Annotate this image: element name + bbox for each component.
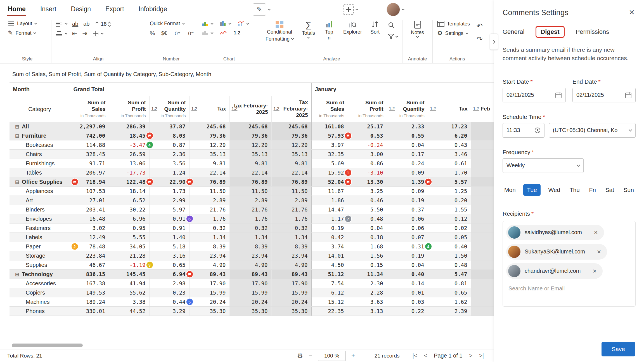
number-format-indicator[interactable]: 1.2	[151, 106, 157, 111]
category-cell[interactable]: Supplies	[10, 260, 70, 270]
value-cell[interactable]: 3.56	[149, 159, 189, 168]
value-cell[interactable]: 0.48	[348, 214, 387, 224]
value-cell[interactable]: 5.69	[311, 159, 348, 168]
category-cell[interactable]: Labels	[10, 233, 70, 242]
value-cell[interactable]: 17.90	[229, 279, 271, 288]
value-cell[interactable]: 14.47	[311, 205, 348, 214]
value-cell[interactable]: 5.18	[149, 242, 189, 251]
day-wed[interactable]: Wed	[546, 184, 562, 196]
value-cell[interactable]: 2.33	[387, 122, 428, 131]
font-size-stepper[interactable]: 18	[95, 21, 110, 27]
value-cell[interactable]: 15.921	[311, 168, 348, 177]
recipient-chip[interactable]: SukanyaSK@lumel.com ×	[506, 244, 607, 260]
value-cell[interactable]: 4.99	[229, 260, 271, 270]
value-cell[interactable]: 107.53	[70, 187, 109, 196]
value-cell[interactable]: 0.91	[149, 224, 189, 233]
day-thu[interactable]: Thu	[568, 184, 581, 196]
value-cell[interactable]: 1.24	[149, 168, 189, 177]
value-cell[interactable]	[471, 251, 494, 260]
value-cell[interactable]: 0.42	[311, 233, 348, 242]
value-cell[interactable]: 76.89	[229, 177, 271, 187]
value-cell[interactable]: 0.46	[348, 196, 387, 205]
zoom-out-button[interactable]: −	[309, 352, 312, 359]
top-n-button[interactable]: Top n	[323, 21, 335, 41]
comment-indicator-badge[interactable]	[345, 179, 351, 185]
value-cell[interactable]: 35.30	[271, 307, 311, 316]
value-cell[interactable]: 0.32	[189, 224, 229, 233]
value-cell[interactable]: 30.22	[109, 205, 149, 214]
value-cell[interactable]: 55.62	[109, 288, 149, 297]
value-cell[interactable]: 161.08	[311, 122, 348, 131]
value-cell[interactable]: 8.39	[189, 242, 229, 251]
zoom-level-input[interactable]	[318, 351, 346, 361]
value-cell[interactable]: 37.87	[149, 122, 189, 131]
value-cell[interactable]	[471, 205, 494, 214]
tab-digest[interactable]: Digest	[536, 26, 564, 38]
value-cell[interactable]: 0.37	[387, 205, 428, 214]
value-cell[interactable]: 0.65	[428, 288, 471, 297]
value-cell[interactable]: 0.19	[387, 196, 428, 205]
value-cell[interactable]: 0.12	[428, 214, 471, 224]
category-cell[interactable]: Chairs	[10, 150, 70, 159]
value-cell[interactable]: 23.94	[189, 251, 229, 260]
value-cell[interactable]: 14.01	[311, 251, 348, 260]
value-cell[interactable]: 0.04	[348, 224, 387, 233]
value-cell[interactable]: 1.177	[311, 214, 348, 224]
redo-icon[interactable]: ↷	[477, 35, 483, 44]
column-header[interactable]: Sum of Salesin Thousands	[311, 96, 348, 122]
horizontal-align-button[interactable]	[56, 22, 67, 27]
value-cell[interactable]: 1.55	[428, 205, 471, 214]
value-cell[interactable]: 23.94	[229, 251, 271, 260]
value-cell[interactable]: 0.23	[149, 288, 189, 297]
borders-button[interactable]	[93, 30, 103, 37]
value-cell[interactable]: 11.50	[189, 187, 229, 196]
value-cell[interactable]: 3.97	[311, 140, 348, 150]
panel-collapse-button[interactable]	[490, 34, 498, 50]
first-page-button[interactable]: |<	[413, 352, 417, 359]
value-cell[interactable]: 6.20	[428, 131, 471, 140]
value-cell[interactable]: 718.94	[70, 177, 109, 187]
value-cell[interactable]	[471, 168, 494, 177]
value-cell[interactable]: 11.50	[271, 187, 311, 196]
value-cell[interactable]	[471, 270, 494, 279]
category-cell[interactable]: Accessories	[10, 279, 70, 288]
value-cell[interactable]: 0.86	[348, 159, 387, 168]
notes-button[interactable]: Notes	[407, 21, 428, 37]
value-cell[interactable]: 245.68	[229, 122, 271, 131]
value-cell[interactable]: 25.17	[348, 122, 387, 131]
value-cell[interactable]: 0.314	[387, 242, 428, 251]
value-cell[interactable]	[471, 131, 494, 140]
value-cell[interactable]: 3.16	[149, 251, 189, 260]
value-cell[interactable]: 76.89	[189, 177, 229, 187]
value-cell[interactable]: 41.94	[109, 279, 149, 288]
value-cell[interactable]: 167.38	[70, 279, 109, 288]
value-cell[interactable]: 742.00	[70, 131, 109, 140]
value-cell[interactable]: 2.98	[149, 279, 189, 288]
number-format-indicator[interactable]: 1.2	[430, 106, 436, 111]
value-cell[interactable]: 0.06	[387, 214, 428, 224]
clock-icon[interactable]	[534, 127, 541, 133]
undo-icon[interactable]: ↶	[477, 22, 483, 30]
value-cell[interactable]: 4.50	[311, 260, 348, 270]
value-cell[interactable]: 3.38	[109, 297, 149, 307]
value-cell[interactable]: 0.40	[387, 270, 428, 279]
scrollbar-thumb[interactable]	[12, 344, 83, 347]
value-cell[interactable]: 0.18	[348, 233, 387, 242]
value-cell[interactable]: 1.56	[348, 251, 387, 260]
value-cell[interactable]: 12.29	[271, 140, 311, 150]
vertical-align-button[interactable]	[56, 31, 67, 36]
value-cell[interactable]: 79.36	[229, 131, 271, 140]
value-cell[interactable]: 13.06	[109, 159, 149, 168]
column-header[interactable]: 1.2Tax	[189, 96, 229, 122]
value-cell[interactable]: 286.39	[109, 122, 149, 131]
frequency-select[interactable]: Weekly	[503, 158, 584, 173]
value-cell[interactable]: 0.17	[387, 150, 428, 159]
collapse-icon[interactable]: ⊟	[15, 124, 19, 130]
value-cell[interactable]: 223.84	[70, 251, 109, 260]
value-cell[interactable]: 1.62	[428, 297, 471, 307]
value-cell[interactable]: 8.39	[229, 242, 271, 251]
percent-format-icon[interactable]: %	[150, 30, 155, 37]
value-cell[interactable]: 22.14	[189, 168, 229, 177]
save-button[interactable]: Save	[602, 342, 635, 356]
value-cell[interactable]: 15.99	[271, 288, 311, 297]
